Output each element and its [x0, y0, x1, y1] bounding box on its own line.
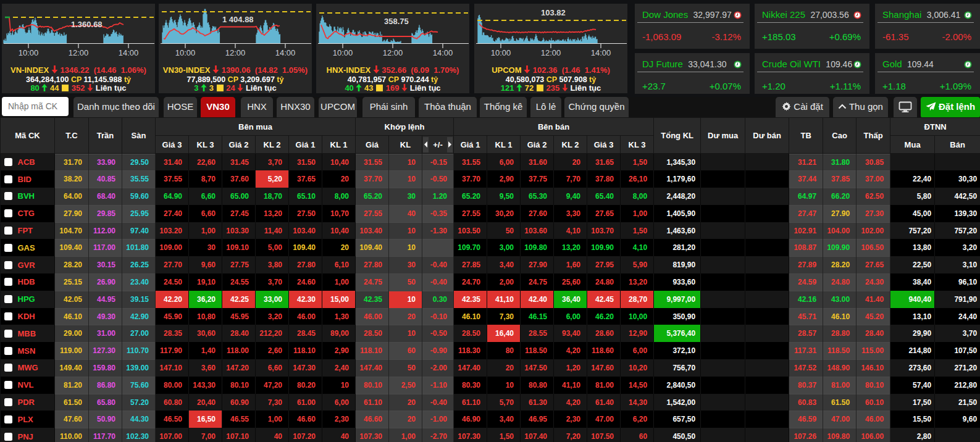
svg-text:14:00: 14:00 — [119, 48, 139, 57]
svg-text:12:00: 12:00 — [383, 48, 403, 57]
svg-text:14:00: 14:00 — [591, 48, 611, 57]
svg-text:14:00: 14:00 — [433, 48, 453, 57]
svg-text:10:00: 10:00 — [491, 48, 511, 57]
svg-text:10:00: 10:00 — [333, 48, 353, 57]
svg-text:10:00: 10:00 — [175, 48, 196, 57]
svg-text:14:00: 14:00 — [275, 48, 296, 57]
svg-text:1 404.88: 1 404.88 — [222, 15, 254, 24]
svg-text:103.82: 103.82 — [541, 8, 566, 17]
svg-text:358.75: 358.75 — [384, 17, 409, 26]
svg-text:12:00: 12:00 — [541, 48, 561, 57]
svg-text:10:00: 10:00 — [19, 48, 39, 57]
svg-text:12:00: 12:00 — [69, 48, 89, 57]
svg-text:12:00: 12:00 — [225, 48, 246, 57]
svg-text:1.360.68: 1.360.68 — [71, 20, 103, 29]
